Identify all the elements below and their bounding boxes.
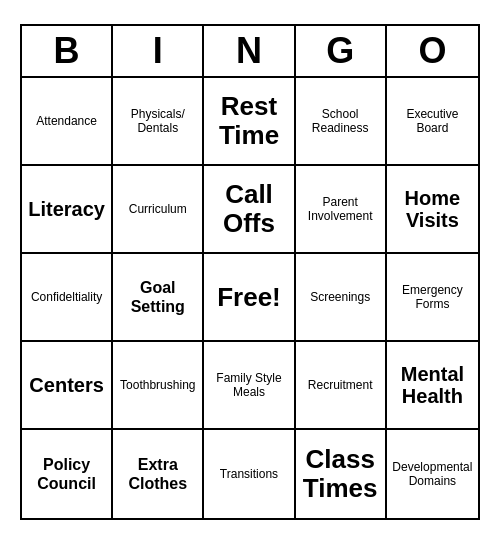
- bingo-cell-text-5: Literacy: [28, 198, 105, 220]
- bingo-cell-text-15: Centers: [29, 374, 103, 396]
- bingo-cell-23: Class Times: [296, 430, 387, 518]
- bingo-cell-5: Literacy: [22, 166, 113, 254]
- bingo-cell-4: Executive Board: [387, 78, 478, 166]
- bingo-cell-text-13: Screenings: [310, 290, 370, 304]
- bingo-cell-17: Family Style Meals: [204, 342, 295, 430]
- bingo-cell-1: Physicals/ Dentals: [113, 78, 204, 166]
- bingo-cell-6: Curriculum: [113, 166, 204, 254]
- bingo-grid: AttendancePhysicals/ DentalsRest TimeSch…: [22, 78, 478, 518]
- bingo-cell-21: Extra Clothes: [113, 430, 204, 518]
- bingo-cell-text-17: Family Style Meals: [208, 371, 289, 400]
- bingo-cell-text-8: Parent Involvement: [300, 195, 381, 224]
- bingo-cell-text-20: Policy Council: [26, 455, 107, 493]
- bingo-cell-text-23: Class Times: [300, 445, 381, 502]
- header-letter-b: B: [22, 26, 113, 76]
- header-letter-n: N: [204, 26, 295, 76]
- header-letter-o: O: [387, 26, 478, 76]
- bingo-cell-text-24: Developmental Domains: [391, 460, 474, 489]
- header-letter-g: G: [296, 26, 387, 76]
- bingo-cell-20: Policy Council: [22, 430, 113, 518]
- bingo-cell-15: Centers: [22, 342, 113, 430]
- bingo-cell-19: Mental Health: [387, 342, 478, 430]
- bingo-cell-18: Recruitment: [296, 342, 387, 430]
- bingo-cell-text-9: Home Visits: [391, 187, 474, 231]
- bingo-cell-text-0: Attendance: [36, 114, 97, 128]
- bingo-cell-text-2: Rest Time: [208, 92, 289, 149]
- bingo-cell-3: School Readiness: [296, 78, 387, 166]
- bingo-cell-24: Developmental Domains: [387, 430, 478, 518]
- bingo-cell-11: Goal Setting: [113, 254, 204, 342]
- bingo-header: BINGO: [22, 26, 478, 78]
- bingo-cell-2: Rest Time: [204, 78, 295, 166]
- bingo-cell-9: Home Visits: [387, 166, 478, 254]
- bingo-cell-text-6: Curriculum: [129, 202, 187, 216]
- bingo-cell-8: Parent Involvement: [296, 166, 387, 254]
- bingo-cell-text-7: Call Offs: [208, 180, 289, 237]
- bingo-cell-text-21: Extra Clothes: [117, 455, 198, 493]
- bingo-cell-7: Call Offs: [204, 166, 295, 254]
- bingo-cell-14: Emergency Forms: [387, 254, 478, 342]
- bingo-cell-10: Confideltiality: [22, 254, 113, 342]
- bingo-card: BINGO AttendancePhysicals/ DentalsRest T…: [20, 24, 480, 520]
- bingo-cell-22: Transitions: [204, 430, 295, 518]
- bingo-cell-text-11: Goal Setting: [117, 278, 198, 316]
- bingo-cell-text-18: Recruitment: [308, 378, 373, 392]
- bingo-cell-13: Screenings: [296, 254, 387, 342]
- bingo-cell-text-19: Mental Health: [391, 363, 474, 407]
- bingo-cell-0: Attendance: [22, 78, 113, 166]
- header-letter-i: I: [113, 26, 204, 76]
- bingo-cell-text-10: Confideltiality: [31, 290, 102, 304]
- bingo-cell-16: Toothbrushing: [113, 342, 204, 430]
- bingo-cell-12: Free!: [204, 254, 295, 342]
- bingo-cell-text-4: Executive Board: [391, 107, 474, 136]
- bingo-cell-text-16: Toothbrushing: [120, 378, 195, 392]
- bingo-cell-text-12: Free!: [217, 283, 281, 312]
- bingo-cell-text-22: Transitions: [220, 467, 278, 481]
- bingo-cell-text-14: Emergency Forms: [391, 283, 474, 312]
- bingo-cell-text-1: Physicals/ Dentals: [117, 107, 198, 136]
- bingo-cell-text-3: School Readiness: [300, 107, 381, 136]
